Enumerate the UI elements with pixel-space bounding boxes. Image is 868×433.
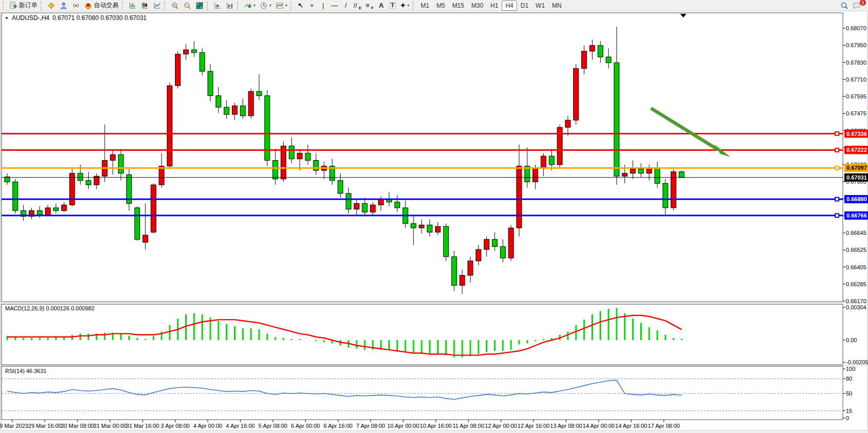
zoom-out-button[interactable] <box>181 1 193 11</box>
text-label-tool[interactable]: T <box>387 1 398 11</box>
indicators-icon <box>244 2 252 10</box>
favorites-button[interactable] <box>45 1 57 11</box>
time-axis-label: 4 Apr 16:00 <box>226 423 254 429</box>
candle-body <box>517 166 522 228</box>
time-axis-label: 6 Apr 16:00 <box>324 423 352 429</box>
crosshair-tool[interactable]: + <box>306 1 318 11</box>
templates-button[interactable]: ▾ <box>273 1 289 11</box>
time-axis-label: 14 Apr 00:00 <box>583 423 615 429</box>
candle-body <box>354 204 359 209</box>
shapes-tool-icon: ✦ <box>400 2 406 9</box>
time-axis-label: 4 Apr 00:00 <box>193 423 222 429</box>
line-handle[interactable] <box>835 148 839 152</box>
text-tool[interactable]: A <box>376 1 387 11</box>
new-order-button[interactable]: 新订单 <box>7 1 40 11</box>
rsi-axis-label: 15 <box>846 408 852 414</box>
trendline-tool[interactable]: / <box>340 1 351 11</box>
main-price-panel[interactable] <box>2 13 843 302</box>
candle-body <box>468 261 473 275</box>
timeframe-m5-button[interactable]: M5 <box>433 1 449 11</box>
timeframe-h4-button[interactable]: H4 <box>502 1 517 11</box>
equidistant-channel-tool[interactable]: //E <box>351 1 364 11</box>
toolbar-grip[interactable] <box>164 2 167 10</box>
price-tag-text: 0.67097 <box>846 165 867 171</box>
current-price-tag: 0.67031 <box>844 173 868 182</box>
cursor-tool[interactable]: ↖ <box>295 1 306 11</box>
candle-body <box>549 156 554 165</box>
timeframe-m30-button[interactable]: M30 <box>468 1 487 11</box>
chart-shift-button[interactable] <box>224 1 236 11</box>
candle-body <box>508 228 514 258</box>
candle-body <box>305 153 310 161</box>
rsi-indicator-label: RSI(14) 46.3631 <box>5 368 47 374</box>
notification-badge: 1 <box>860 0 866 6</box>
candle-body <box>451 257 457 285</box>
candle-body <box>86 181 91 185</box>
candle-body <box>655 168 660 184</box>
toolbar-grip[interactable] <box>290 2 293 10</box>
timeframe-h1-button[interactable]: H1 <box>487 1 502 11</box>
line-handle[interactable] <box>835 214 839 218</box>
candle-body <box>411 224 416 228</box>
fibonacci-tool-icon: ≡ <box>366 2 370 9</box>
gold-diamond-icon <box>47 2 55 10</box>
candle-body <box>663 183 668 208</box>
candle-body <box>224 107 229 114</box>
drawing-tools-group: ↖+|—///E≡FAT✦▾ <box>295 1 411 11</box>
zoom-in-icon <box>171 2 179 10</box>
profile-button[interactable] <box>57 1 70 11</box>
indicators-button[interactable]: ▾ <box>242 1 258 11</box>
search-button[interactable] <box>838 1 851 11</box>
candle-body <box>151 185 156 232</box>
toolbar-grip[interactable] <box>3 2 5 10</box>
chevron-down-icon: ▾ <box>253 3 255 8</box>
time-axis-label: 17 Apr 08:00 <box>648 423 680 429</box>
chevron-down-icon: ▾ <box>407 3 409 8</box>
shapes-tool[interactable]: ✦▾ <box>398 1 411 11</box>
fibonacci-tool[interactable]: ≡F <box>364 1 376 11</box>
horizontal-line-tool[interactable]: — <box>329 1 340 11</box>
auto-trading-button[interactable]: 自动交易 <box>82 1 121 11</box>
time-axis-label: 10 Apr 16:00 <box>420 423 451 429</box>
signals-button[interactable] <box>70 1 82 11</box>
rsi-panel[interactable] <box>2 366 843 420</box>
macd-indicator-label: MACD(12,26,9) 0.000126 0.000982 <box>5 305 94 311</box>
candle-body <box>248 91 253 116</box>
notifications-button[interactable]: 1 <box>851 1 863 11</box>
auto-scroll-button[interactable] <box>211 1 224 11</box>
zoom-in-button[interactable] <box>169 1 181 11</box>
periods-button[interactable]: ▾ <box>258 1 273 11</box>
toolbar-grip[interactable] <box>122 2 124 10</box>
timeframe-mn-button[interactable]: MN <box>548 1 565 11</box>
search-icon <box>840 2 849 10</box>
timeframe-w1-button[interactable]: W1 <box>532 1 548 11</box>
candle-body <box>589 46 595 51</box>
candle-body <box>297 153 302 159</box>
vertical-line-tool[interactable]: | <box>318 1 329 11</box>
chart-canvas[interactable]: 0.680700.679500.678300.677100.675950.674… <box>0 0 868 433</box>
line-chart-button[interactable] <box>151 1 163 11</box>
tile-windows-button[interactable] <box>193 1 206 11</box>
macd-panel[interactable] <box>2 304 843 365</box>
timeframe-d1-button[interactable]: D1 <box>517 1 532 11</box>
price-axis-label: 0.66645 <box>846 230 866 236</box>
timeframe-m1-button[interactable]: M1 <box>417 1 433 11</box>
timeframe-m15-button[interactable]: M15 <box>448 1 467 11</box>
bar-chart-icon <box>128 2 136 10</box>
line-handle[interactable] <box>835 166 839 170</box>
toolbar-grip[interactable] <box>41 2 43 10</box>
price-axis-label: 0.67475 <box>846 110 866 116</box>
candlestick-chart-button[interactable] <box>139 1 151 11</box>
toolbar-grip[interactable] <box>207 2 209 10</box>
bar-chart-button[interactable] <box>126 1 139 11</box>
auto-trading-label: 自动交易 <box>94 1 119 10</box>
collapse-triangle-icon[interactable]: ▼ <box>5 16 9 21</box>
line-handle[interactable] <box>835 132 839 135</box>
new-order-label: 新订单 <box>19 1 37 10</box>
toolbar-grip[interactable] <box>237 2 240 10</box>
candle-body <box>273 161 278 179</box>
line-handle[interactable] <box>835 198 839 201</box>
candle-body <box>614 63 619 176</box>
toolbar-grip[interactable] <box>412 2 415 10</box>
candle-body <box>37 211 42 215</box>
